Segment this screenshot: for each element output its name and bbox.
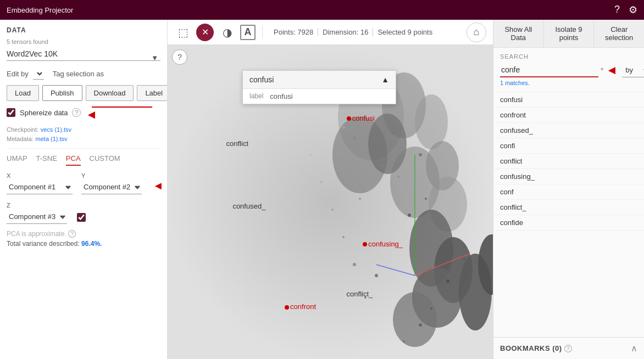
svg-point-35 [353,263,356,266]
home-button[interactable]: ⌂ [467,23,486,42]
action-buttons: Show All Data Isolate 9 points Clear sel… [493,20,644,48]
download-button[interactable]: Download [86,85,134,101]
bookmarks-collapse-icon[interactable]: ∧ [631,343,637,354]
result-conflict[interactable]: conflict [493,154,644,169]
tab-pca[interactable]: PCA [66,154,81,166]
svg-point-25 [452,241,455,244]
search-input[interactable] [500,63,598,77]
metadata-row: Metadata: meta (1).tsv [7,134,160,143]
isolate-points-button[interactable]: Isolate 9 points [544,20,595,47]
result-confi[interactable]: confi [493,138,644,154]
sphereize-arrow-line [92,106,152,108]
result-confused[interactable]: confused_ [493,123,644,138]
z-axis-row: Z Component #3 Component #1 Component #2… [7,202,160,224]
points-info: Points: 7928 [269,28,318,36]
bookmarks-section: BOOKMARKS (0) ? ∧ [493,337,644,359]
svg-point-23 [408,214,411,217]
svg-point-20 [397,176,399,178]
center-panel: ⬚ ✕ ◑ A Points: 7928 Dimension: 16 Selec… [168,20,493,359]
sphereize-arrow: ◄ [85,108,97,122]
sphereize-help-icon[interactable]: ? [72,108,81,117]
sphereize-section: Sphereize data ? ◄ [7,108,160,122]
load-button[interactable]: Load [7,85,39,101]
sphereize-checkbox[interactable] [7,108,15,117]
clear-selection-button[interactable]: Clear selection [594,20,644,47]
search-dropdown-collapse[interactable]: ▲ [381,75,389,84]
search-result-value: confusi [270,92,292,100]
svg-point-24 [441,225,443,227]
svg-point-15 [342,126,345,129]
pca-note-text: PCA is approximate. ? [7,230,76,238]
svg-point-21 [419,153,422,156]
search-dropdown-query: confusi [249,75,274,84]
svg-point-17 [364,115,367,117]
toolbar: ⬚ ✕ ◑ A Points: 7928 Dimension: 16 Selec… [168,20,493,45]
pca-arrow: ◄ [153,180,164,192]
result-conflict-[interactable]: conflict_ [493,200,644,215]
canvas-area[interactable]: confi confusi conflict confused_ confusi… [168,45,493,359]
tab-umap[interactable]: UMAP [7,154,27,166]
svg-point-34 [342,236,345,238]
dimension-info: Dimension: 16 [318,28,373,36]
result-confusi[interactable]: confusi [493,92,644,108]
topbar: Embedding Projector ? ⚙ [0,0,644,20]
variance-row: Total variance described: 96.4%. [7,240,160,248]
search-dropdown: confusi ▲ label confusi [242,70,396,104]
result-confront[interactable]: confront [493,108,644,123]
data-section-title: DATA [7,26,160,34]
tensors-found: 5 tensors found [7,38,160,45]
label-button[interactable]: Label [137,85,168,101]
x-axis-label: X [7,172,73,179]
search-asterisk: * [601,66,603,75]
edit-tag-row: Edit by Tag selection as [7,68,160,80]
search-results: confusi confront confused_ confi conflic… [493,92,644,337]
z-enabled-checkbox[interactable] [77,213,86,222]
result-conf[interactable]: conf [493,184,644,200]
search-dropdown-header: confusi ▲ [243,71,396,89]
z-axis-col: Z Component #3 Component #1 Component #2… [7,202,67,224]
edit-by-select[interactable] [33,68,44,80]
checkpoint-row: Checkpoint: vecs (1).tsv [7,125,160,133]
tab-custom[interactable]: CUSTOM [90,154,120,166]
toolbar-info: Points: 7928 Dimension: 16 Selected 9 po… [269,28,437,36]
show-all-data-button[interactable]: Show All Data [493,20,544,47]
tensor-select[interactable]: Word2Vec 10K Word2Vec 100K [7,47,160,61]
settings-icon[interactable]: ⚙ [629,4,637,16]
search-by-select[interactable]: by label [622,63,644,77]
svg-point-30 [403,340,405,343]
canvas-help-button[interactable]: ? [172,49,187,65]
checkpoint-value[interactable]: vecs (1).tsv [41,126,71,133]
x-component-select[interactable]: Component #1 Component #2 Component #3 [7,180,73,194]
right-panel: Show All Data Isolate 9 points Clear sel… [493,20,644,359]
pca-note-section: PCA is approximate. ? Total variance des… [7,229,160,248]
night-mode-icon[interactable]: ◑ [218,24,236,41]
bookmarks-help-icon[interactable]: ? [564,345,572,352]
tabs-row: UMAP T-SNE PCA CUSTOM [7,154,160,166]
tab-tsne[interactable]: T-SNE [36,154,57,166]
y-component-select[interactable]: Component #2 Component #1 Component #3 [81,180,142,194]
z-component-select[interactable]: Component #3 Component #1 Component #2 [7,210,67,224]
label-toggle-icon[interactable]: A [240,25,256,40]
x-axis-col: X Component #1 Component #2 Component #3… [7,172,73,194]
svg-point-28 [430,307,432,310]
y-axis-col: Y Component #2 Component #1 Component #3… [81,172,142,194]
selection-box-icon[interactable]: ⬚ [174,24,192,41]
select-mode-icon[interactable]: ✕ [196,24,214,41]
svg-point-18 [391,131,395,134]
search-input-row: * ◄ by label [500,63,637,77]
edit-by-label: Edit by [7,70,29,78]
xy-axis-row: X Component #1 Component #2 Component #3… [7,172,160,194]
search-arrow-icon: ◄ [606,63,618,77]
help-icon[interactable]: ? [614,4,620,16]
result-confusing[interactable]: confusing_ [493,169,644,184]
search-result-col-label: label [249,92,263,100]
pca-note-help-icon[interactable]: ? [68,230,76,238]
toolbar-divider [262,26,263,39]
svg-point-31 [375,274,378,277]
bookmarks-title: BOOKMARKS (0) [500,344,562,352]
metadata-value[interactable]: meta (1).tsv [36,136,68,142]
sphereize-row: Sphereize data ? [7,108,81,117]
topbar-icons: ? ⚙ [614,4,637,16]
result-confide[interactable]: confide [493,215,644,231]
publish-button[interactable]: Publish [42,85,82,101]
